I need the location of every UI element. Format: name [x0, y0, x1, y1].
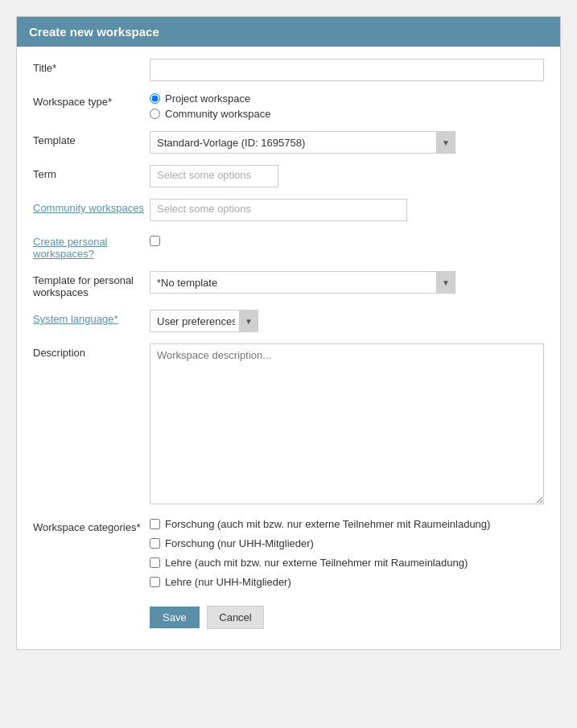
create-personal-checkbox[interactable]: [150, 236, 160, 246]
community-workspaces-row: Community workspaces Select some options: [33, 199, 544, 221]
category-checkbox-3[interactable]: [150, 557, 160, 568]
system-language-select[interactable]: User preferences: [150, 310, 258, 332]
save-button[interactable]: Save: [150, 607, 200, 628]
category-label-4[interactable]: Lehre (nur UHH-Mitglieder): [165, 576, 291, 588]
community-tag-input[interactable]: Select some options: [150, 199, 407, 221]
term-label: Term: [33, 165, 150, 180]
personal-template-label: Template for personal workspaces: [33, 271, 150, 298]
community-workspaces-label: Community workspaces: [33, 199, 150, 214]
description-label: Description: [33, 343, 150, 359]
workspace-categories-label: Workspace categories*: [33, 518, 150, 533]
form-body: Title* Workspace type* Project workspace…: [17, 47, 560, 649]
system-language-control: User preferences ▼: [150, 310, 544, 332]
workspace-categories-row: Workspace categories* Forschung (auch mi…: [33, 518, 544, 591]
category-item-4: Lehre (nur UHH-Mitglieder): [150, 576, 544, 588]
system-language-link[interactable]: System language*: [33, 313, 118, 325]
community-workspaces-link[interactable]: Community workspaces: [33, 202, 144, 214]
create-personal-control: [150, 232, 544, 249]
workspace-type-label: Workspace type*: [33, 93, 150, 108]
radio-project-input[interactable]: [150, 93, 160, 104]
personal-template-select-wrapper: *No template ▼: [150, 271, 455, 294]
title-input[interactable]: [150, 59, 544, 81]
system-language-select-wrapper: User preferences ▼: [150, 310, 258, 332]
workspace-type-row: Workspace type* Project workspace Commun…: [33, 93, 544, 120]
community-placeholder: Select some options: [157, 203, 251, 215]
form-header: Create new workspace: [17, 17, 560, 47]
personal-template-select[interactable]: *No template: [150, 271, 455, 294]
term-tag-input[interactable]: Select some options: [150, 165, 278, 187]
form-title: Create new workspace: [29, 25, 159, 39]
system-language-row: System language* User preferences ▼: [33, 310, 544, 332]
description-control: [150, 343, 544, 507]
category-item-3: Lehre (auch mit bzw. nur externe Teilneh…: [150, 557, 544, 569]
term-row: Term Select some options: [33, 165, 544, 187]
personal-template-control: *No template ▼: [150, 271, 544, 294]
category-checkbox-1[interactable]: [150, 519, 160, 529]
template-row: Template Standard-Vorlage (ID: 1695758) …: [33, 131, 544, 154]
template-label: Template: [33, 131, 150, 146]
system-language-label: System language*: [33, 310, 150, 325]
create-personal-link[interactable]: Create personal workspaces?: [33, 236, 108, 260]
category-checkbox-2[interactable]: [150, 538, 160, 549]
title-label: Title*: [33, 59, 150, 74]
personal-template-row: Template for personal workspaces *No tem…: [33, 271, 544, 298]
workspace-categories-control: Forschung (auch mit bzw. nur externe Tei…: [150, 518, 544, 591]
template-control: Standard-Vorlage (ID: 1695758) *No templ…: [150, 131, 544, 154]
radio-project-label[interactable]: Project workspace: [165, 93, 250, 105]
radio-community: Community workspace: [150, 108, 544, 120]
category-item-1: Forschung (auch mit bzw. nur externe Tei…: [150, 518, 544, 530]
title-row: Title*: [33, 59, 544, 81]
category-checkbox-4[interactable]: [150, 577, 160, 587]
categories-list: Forschung (auch mit bzw. nur externe Tei…: [150, 518, 544, 591]
description-textarea[interactable]: [150, 343, 544, 504]
template-select[interactable]: Standard-Vorlage (ID: 1695758) *No templ…: [150, 131, 455, 154]
category-label-1[interactable]: Forschung (auch mit bzw. nur externe Tei…: [165, 518, 490, 530]
cancel-button[interactable]: Cancel: [207, 606, 263, 629]
term-placeholder: Select some options: [157, 169, 251, 181]
create-personal-label: Create personal workspaces?: [33, 232, 150, 260]
term-control: Select some options: [150, 165, 544, 187]
category-label-2[interactable]: Forschung (nur UHH-Mitglieder): [165, 537, 314, 549]
workspace-type-radio-group: Project workspace Community workspace: [150, 93, 544, 120]
buttons-row: Save Cancel: [33, 606, 544, 629]
description-row: Description: [33, 343, 544, 507]
community-workspaces-control: Select some options: [150, 199, 544, 221]
create-workspace-form: Create new workspace Title* Workspace ty…: [16, 16, 561, 650]
buttons-area: Save Cancel: [150, 606, 544, 629]
category-label-3[interactable]: Lehre (auch mit bzw. nur externe Teilneh…: [165, 557, 468, 569]
radio-community-label[interactable]: Community workspace: [165, 108, 271, 120]
radio-community-input[interactable]: [150, 109, 160, 119]
workspace-type-control: Project workspace Community workspace: [150, 93, 544, 120]
create-personal-row: Create personal workspaces?: [33, 232, 544, 260]
title-control: [150, 59, 544, 81]
category-item-2: Forschung (nur UHH-Mitglieder): [150, 537, 544, 549]
template-select-wrapper: Standard-Vorlage (ID: 1695758) *No templ…: [150, 131, 455, 154]
radio-project: Project workspace: [150, 93, 544, 105]
